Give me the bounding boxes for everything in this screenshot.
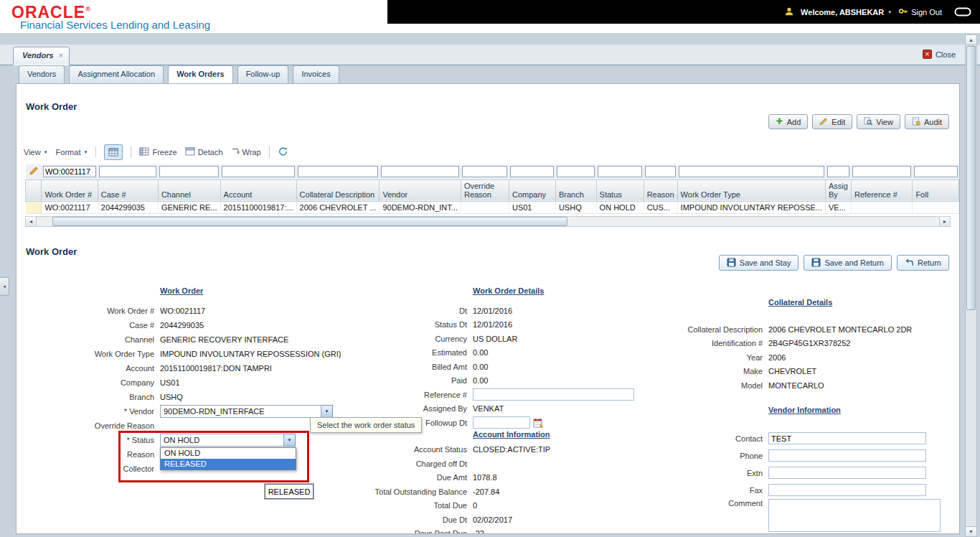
column-header-collateral-description[interactable]: Collateral Description xyxy=(296,179,380,201)
scroll-up-button[interactable]: ▲ xyxy=(966,35,976,45)
scrollbar-track[interactable] xyxy=(37,217,939,226)
filter-input-assigned-by[interactable] xyxy=(827,166,850,177)
status-option-on-hold[interactable]: ON HOLD xyxy=(161,448,296,459)
scroll-left-button[interactable]: ◄ xyxy=(26,217,37,226)
edit-icon xyxy=(819,117,828,127)
grid-horizontal-scrollbar[interactable]: ◄ ► xyxy=(25,216,951,227)
status-option-released[interactable]: RELEASED xyxy=(161,459,296,470)
calendar-icon[interactable] xyxy=(533,418,544,428)
cell-reason: CUS... xyxy=(644,201,677,213)
column-header-override-reason[interactable]: Override Reason xyxy=(461,179,509,201)
column-header-reference[interactable]: Reference # xyxy=(851,179,912,201)
reference-input[interactable] xyxy=(473,388,634,401)
oracle-logo: ORACLE® xyxy=(11,1,210,21)
edit-button[interactable]: Edit xyxy=(812,114,852,129)
save-and-return-button[interactable]: Save and Return xyxy=(804,255,892,271)
tab-follow-up[interactable]: Follow-up xyxy=(237,65,289,83)
tab-vendors-document[interactable]: Vendors × xyxy=(13,47,70,65)
filter-input-override-reason[interactable] xyxy=(462,166,507,177)
filter-input-reference[interactable] xyxy=(852,166,910,177)
detach-window-icon xyxy=(185,147,195,157)
filter-input-company[interactable] xyxy=(510,166,554,177)
save-and-stay-button[interactable]: Save and Stay xyxy=(719,255,799,271)
scroll-down-button[interactable]: ▼ xyxy=(966,526,976,536)
welcome-label: Welcome, ABSHEKAR xyxy=(801,8,884,17)
filter-input-channel[interactable] xyxy=(159,166,219,177)
sign-out-button[interactable]: Sign Out xyxy=(898,6,942,17)
tab-vendors[interactable]: Vendors xyxy=(19,65,65,83)
column-header-case[interactable]: Case # xyxy=(98,179,158,201)
status-select[interactable]: ON HOLD ▼ xyxy=(160,434,296,447)
followup-date-input[interactable] xyxy=(473,416,530,429)
chevron-down-icon: ▼ xyxy=(44,150,48,154)
extn-input[interactable] xyxy=(768,467,926,479)
column-header-branch[interactable]: Branch xyxy=(555,179,596,201)
fax-input[interactable] xyxy=(768,484,926,496)
vendor-select[interactable]: 90DEMO-RDN_INTERFACE ▼ xyxy=(160,405,333,418)
refresh-icon[interactable] xyxy=(278,146,288,158)
released-button[interactable]: RELEASED xyxy=(265,484,314,499)
comment-textarea[interactable] xyxy=(768,499,941,532)
filter-input-work-order-type[interactable] xyxy=(679,166,824,177)
field-fax: Fax xyxy=(682,482,958,499)
audit-button[interactable]: Audit xyxy=(905,114,949,129)
tab-close-icon[interactable]: × xyxy=(59,51,63,65)
filter-input-branch[interactable] xyxy=(557,166,595,177)
cell-account: 20151100019817:... xyxy=(220,201,296,213)
filter-input-vendor[interactable] xyxy=(381,166,460,177)
cell-branch: USHQ xyxy=(555,201,596,213)
return-button[interactable]: Return xyxy=(897,255,949,271)
column-header-channel[interactable]: Channel xyxy=(158,179,220,201)
add-button[interactable]: Add xyxy=(768,114,809,129)
filter-input-work-order[interactable] xyxy=(43,166,96,177)
close-icon: × xyxy=(923,50,932,59)
query-by-example-button[interactable] xyxy=(104,144,123,160)
contact-input[interactable] xyxy=(768,432,926,444)
column-header-company[interactable]: Company xyxy=(509,179,555,201)
cell-override-reason xyxy=(461,201,509,213)
scrollbar-thumb[interactable] xyxy=(966,46,976,310)
filter-input-account[interactable] xyxy=(222,166,295,177)
filter-row xyxy=(26,164,959,179)
field-dt: Dt12/01/2016 xyxy=(327,304,664,318)
column-header-work-order[interactable]: Work Order # xyxy=(42,179,98,201)
filter-input-reason[interactable] xyxy=(645,166,676,177)
scrollbar-thumb[interactable] xyxy=(52,217,567,226)
splitter-collapse-handle[interactable]: ◄ xyxy=(0,277,9,296)
column-header-account[interactable]: Account xyxy=(220,179,296,201)
phone-input[interactable] xyxy=(768,449,926,462)
column-header-followup[interactable]: Foll xyxy=(913,179,959,201)
grid-header-row: Work Order # Case # Channel Account Coll… xyxy=(26,179,959,201)
column-header-work-order-type[interactable]: Work Order Type xyxy=(677,179,825,201)
tab-assignment-allocation[interactable]: Assignment Allocation xyxy=(69,65,164,83)
freeze-button[interactable]: Freeze xyxy=(139,147,176,157)
column-header-assigned-by[interactable]: Assig By xyxy=(826,179,852,201)
page-vertical-scrollbar[interactable]: ▲ ▼ xyxy=(965,34,977,537)
field-total-outstanding-balance: Total Outstanding Balance-207.84 xyxy=(327,485,664,499)
tab-invoices[interactable]: Invoices xyxy=(293,65,339,83)
column-header-reason[interactable]: Reason xyxy=(644,179,677,201)
filter-input-status[interactable] xyxy=(598,166,642,177)
close-button[interactable]: × Close xyxy=(923,50,956,59)
tab-work-orders[interactable]: Work Orders xyxy=(168,65,232,83)
field-status-dt: Status Dt12/01/2016 xyxy=(327,318,664,332)
status-dropdown-button[interactable]: ▼ xyxy=(284,434,296,447)
cell-status: ON HOLD xyxy=(596,201,644,213)
filter-input-followup[interactable] xyxy=(914,166,958,177)
view-button[interactable]: View xyxy=(857,114,900,129)
view-menu[interactable]: View ▼ xyxy=(24,148,48,157)
field-collateral-description: Collateral Description2006 CHEVROLET MON… xyxy=(682,322,958,337)
chevron-down-icon: ▼ xyxy=(288,438,292,442)
scroll-right-button[interactable]: ► xyxy=(939,217,950,226)
grid-row[interactable]: WO:0021117 2044299035 GENERIC RE... 2015… xyxy=(26,201,959,213)
section-heading-work-order: Work Order xyxy=(160,286,344,299)
wrap-button[interactable]: Wrap xyxy=(231,147,261,157)
key-icon xyxy=(898,6,908,17)
filter-input-case[interactable] xyxy=(99,166,156,177)
format-menu[interactable]: Format ▼ xyxy=(56,148,88,157)
detach-button[interactable]: Detach xyxy=(185,147,223,157)
filter-input-collateral[interactable] xyxy=(298,166,378,177)
column-header-vendor[interactable]: Vendor xyxy=(380,179,461,201)
column-header-status[interactable]: Status xyxy=(596,179,644,201)
user-menu[interactable]: Welcome, ABSHEKAR ▼ xyxy=(801,8,892,17)
